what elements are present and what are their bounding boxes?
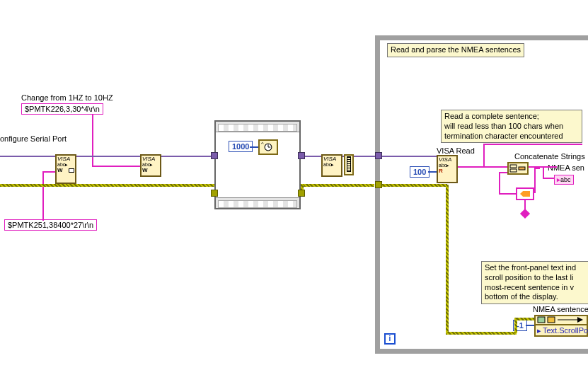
bytes-at-port-icon bbox=[344, 154, 354, 175]
seq-tunnel-right-error bbox=[298, 190, 305, 197]
svg-rect-6 bbox=[538, 317, 545, 323]
loop-tunnel-error bbox=[375, 181, 382, 188]
visa-bytes-at-port-node[interactable]: VISA abc▸ bbox=[321, 154, 342, 177]
svg-rect-3 bbox=[510, 165, 517, 168]
visa-read-label: VISA Read bbox=[437, 146, 475, 155]
loop-iteration-terminal: i bbox=[384, 333, 396, 345]
wait-timer-node[interactable] bbox=[258, 139, 278, 155]
nmea-sen-indicator-terminal[interactable]: ▸abc bbox=[554, 175, 574, 185]
loop-tunnel-resource bbox=[375, 152, 382, 159]
nmea-sentence-label: NMEA sentence bbox=[533, 305, 588, 313]
feedback-init-wire bbox=[524, 200, 526, 212]
pmtk251-string-constant: $PMTK251,38400*27\r\n bbox=[4, 219, 97, 231]
svg-rect-5 bbox=[519, 167, 525, 170]
visa-configure-node[interactable]: VISA abc▸ W bbox=[55, 154, 76, 184]
svg-rect-4 bbox=[510, 169, 517, 172]
property-node[interactable]: ▸ Text.ScrollPos bbox=[534, 315, 588, 337]
visa-read-node[interactable]: VISA abc▸ R bbox=[437, 155, 458, 183]
while-loop: Read and parse the NMEA sentences Read a… bbox=[375, 35, 588, 354]
feedback-node[interactable] bbox=[516, 187, 534, 200]
concat-strings-label: Concatenate Strings bbox=[514, 152, 585, 161]
front-panel-comment: Set the front-panel text ind scroll posi… bbox=[481, 261, 588, 304]
svg-rect-7 bbox=[548, 317, 555, 323]
read-complete-comment: Read a complete sentence; will read less… bbox=[441, 110, 582, 143]
configure-serial-port-label: onfigure Serial Port bbox=[0, 134, 67, 143]
seq-tunnel-left-error bbox=[211, 190, 218, 197]
pmtk226-string-constant: $PMTK226,3,30*4\r\n bbox=[21, 103, 103, 115]
seq-tunnel-left-resource bbox=[211, 152, 218, 159]
sequence-frame: 1000 bbox=[214, 120, 301, 209]
visa-write-node[interactable]: VISA abc▸ W bbox=[140, 154, 161, 177]
concatenate-strings-node[interactable] bbox=[507, 162, 529, 175]
text-scrollpos-property: Text.ScrollPos bbox=[543, 326, 588, 335]
change-rate-label: Change from 1HZ to 10HZ bbox=[21, 93, 113, 102]
seq-tunnel-right-resource bbox=[298, 152, 305, 159]
read-bytes-constant: 100 bbox=[410, 166, 430, 178]
loop-title-comment: Read and parse the NMEA sentences bbox=[387, 43, 524, 57]
nmea-sen-label: NMEA sen bbox=[548, 163, 584, 172]
